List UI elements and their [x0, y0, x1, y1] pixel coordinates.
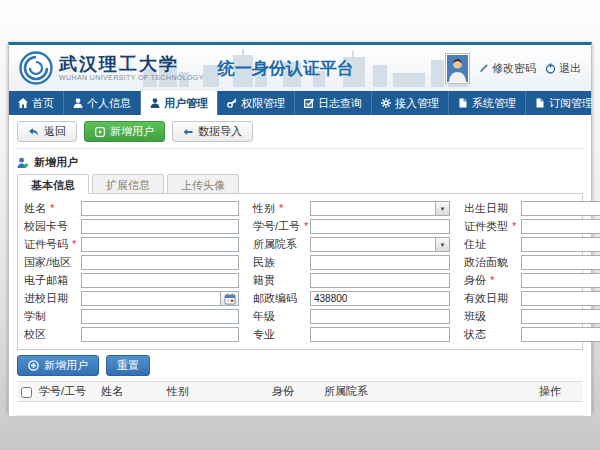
- add-user-submit-button[interactable]: 新增用户: [17, 355, 99, 376]
- form-field-email: 电子邮箱: [24, 273, 239, 288]
- field-label: 校园卡号: [24, 219, 81, 234]
- student-id-input[interactable]: [310, 219, 450, 234]
- form-field-campus: 校区: [24, 327, 239, 342]
- email-input[interactable]: [81, 273, 239, 288]
- department-select[interactable]: ▼: [310, 237, 450, 252]
- valid-date-input[interactable]: [521, 291, 600, 306]
- political-status-input[interactable]: [521, 255, 600, 270]
- back-label: 返回: [44, 124, 66, 139]
- address-input[interactable]: [521, 237, 600, 252]
- gender-select[interactable]: ▼: [310, 201, 450, 216]
- field-control: [81, 255, 239, 270]
- field-control: [521, 237, 600, 252]
- field-label: 证件类型 *: [464, 219, 521, 234]
- nav-item-home[interactable]: 首页: [9, 91, 64, 115]
- select-all-checkbox[interactable]: [21, 387, 32, 398]
- nav-item-permission-mgmt[interactable]: 权限管理: [218, 91, 295, 115]
- field-label: 国家/地区: [24, 255, 81, 270]
- nav-item-subscription-mgmt[interactable]: 订阅管理: [526, 91, 600, 115]
- form-field-student-id: 学号/工号 *: [253, 219, 450, 234]
- toolbar: 返回 新增用户 数据导入: [17, 115, 583, 149]
- nav-item-profile[interactable]: 个人信息: [64, 91, 141, 115]
- reset-button[interactable]: 重置: [106, 355, 150, 376]
- tab-basic-info[interactable]: 基本信息: [17, 174, 89, 194]
- ethnicity-input[interactable]: [310, 255, 450, 270]
- id-number-input[interactable]: [81, 237, 239, 252]
- form-field-birth-date: 出生日期: [464, 201, 600, 216]
- logout-button[interactable]: 退出: [545, 61, 581, 76]
- nav-item-log-query[interactable]: 日志查询: [295, 91, 372, 115]
- tab-upload-avatar[interactable]: 上传头像: [167, 174, 239, 194]
- nav-item-label: 订阅管理: [549, 96, 593, 111]
- add-user-submit-label: 新增用户: [44, 358, 88, 373]
- grade-input[interactable]: [310, 309, 450, 324]
- field-control: [81, 273, 239, 288]
- section-header: 新增用户: [17, 149, 583, 174]
- calendar-icon[interactable]: [221, 291, 239, 306]
- change-password-label: 修改密码: [492, 61, 536, 76]
- gear-icon: [381, 98, 391, 108]
- field-control: [81, 219, 239, 234]
- header-banner: 武汉理工大学 WUHAN UNIVERSITY OF TECHNOLOGY 统一…: [9, 45, 591, 91]
- schooling-length-input[interactable]: [81, 309, 239, 324]
- field-control: [521, 291, 600, 306]
- nav-item-label: 系统管理: [472, 96, 516, 111]
- field-control: [310, 327, 450, 342]
- pencil-icon: [479, 63, 489, 73]
- new-user-icon: [17, 157, 29, 169]
- nav-item-system-mgmt[interactable]: 系统管理: [449, 91, 526, 115]
- add-user-icon: [95, 127, 105, 137]
- main-nav: 首页个人信息用户管理权限管理日志查询接入管理系统管理订阅管理: [9, 91, 591, 115]
- id-type-input[interactable]: [521, 219, 600, 234]
- field-label: 状态: [464, 327, 521, 342]
- field-control: [310, 309, 450, 324]
- column-header-name: 姓名: [97, 382, 163, 402]
- campus-input[interactable]: [81, 327, 239, 342]
- form-field-political-status: 政治面貌: [464, 255, 600, 270]
- power-icon: [545, 63, 556, 74]
- country-input[interactable]: [81, 255, 239, 270]
- form-field-status: 状态: [464, 327, 600, 342]
- status-input[interactable]: [521, 327, 600, 342]
- back-button[interactable]: 返回: [17, 121, 77, 142]
- tab-extended-info[interactable]: 扩展信息: [92, 174, 164, 194]
- field-control: [310, 219, 450, 234]
- change-password-button[interactable]: 修改密码: [479, 61, 536, 76]
- field-label: 住址: [464, 237, 521, 252]
- form-field-campus-card: 校园卡号: [24, 219, 239, 234]
- field-control: [81, 291, 239, 306]
- field-label: 邮政编码: [253, 291, 310, 306]
- empty-cell: [35, 402, 97, 416]
- key-icon: [227, 98, 237, 108]
- column-header-identity: 身份: [268, 382, 320, 402]
- form-field-id-number: 证件号码 *: [24, 237, 239, 252]
- field-label: 姓名 *: [24, 201, 81, 216]
- campus-card-input[interactable]: [81, 219, 239, 234]
- birth-date-input[interactable]: [521, 201, 600, 216]
- university-name-en: WUHAN UNIVERSITY OF TECHNOLOGY: [59, 74, 204, 82]
- native-place-input[interactable]: [310, 273, 450, 288]
- form-field-class: 班级: [464, 309, 600, 324]
- class-input[interactable]: [521, 309, 600, 324]
- table-row: [17, 402, 583, 416]
- chevron-down-icon: ▼: [435, 238, 449, 251]
- nav-item-label: 接入管理: [395, 96, 439, 111]
- form-field-major: 专业: [253, 327, 450, 342]
- name-input[interactable]: [81, 201, 239, 216]
- field-label: 学制: [24, 309, 81, 324]
- nav-item-label: 日志查询: [318, 96, 362, 111]
- major-input[interactable]: [310, 327, 450, 342]
- required-asterisk: *: [301, 220, 308, 232]
- identity-input[interactable]: [521, 273, 600, 288]
- nav-item-access-mgmt[interactable]: 接入管理: [372, 91, 449, 115]
- postal-code-input[interactable]: [310, 291, 450, 306]
- form-actions: 新增用户 重置: [17, 350, 583, 381]
- form-field-enroll-date: 进校日期: [24, 291, 239, 306]
- add-user-toolbar-button[interactable]: 新增用户: [84, 121, 165, 142]
- form-tabs: 基本信息扩展信息上传头像: [17, 174, 583, 194]
- data-import-button[interactable]: 数据导入: [172, 121, 253, 142]
- nav-item-user-mgmt[interactable]: 用户管理: [141, 91, 218, 115]
- field-label: 校区: [24, 327, 81, 342]
- user-icon: [150, 98, 160, 108]
- enroll-date-input[interactable]: [81, 291, 221, 306]
